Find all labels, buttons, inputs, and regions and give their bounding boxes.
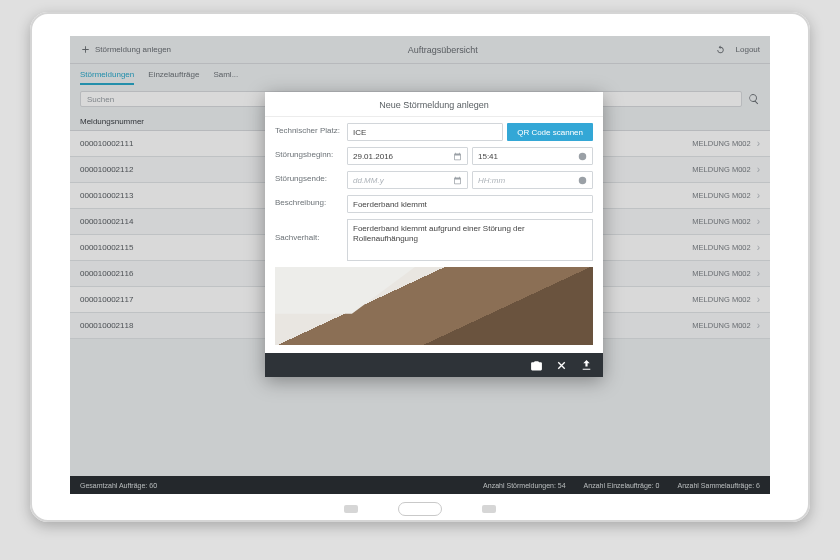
- clock-icon: [578, 152, 587, 161]
- sachverhalt-textarea[interactable]: Foerderband klemmt aufgrund einer Störun…: [347, 219, 593, 261]
- time-begin-input[interactable]: 15:41: [472, 147, 593, 165]
- close-icon[interactable]: [555, 359, 568, 372]
- calendar-icon: [453, 176, 462, 185]
- app-screen: Störmeldung anlegen Auftragsübersicht Lo…: [70, 36, 770, 494]
- hw-back-button[interactable]: [482, 505, 496, 513]
- label-beginn: Störungsbeginn:: [275, 147, 347, 159]
- date-begin-input[interactable]: 29.01.2016: [347, 147, 468, 165]
- label-sachverhalt: Sachverhalt:: [275, 219, 347, 242]
- dialog-title: Neue Störmeldung anlegen: [265, 92, 603, 117]
- qr-scan-button[interactable]: QR Code scannen: [507, 123, 593, 141]
- camera-icon[interactable]: [530, 359, 543, 372]
- label-tech-platz: Technischer Platz:: [275, 123, 347, 135]
- hw-recent-button[interactable]: [344, 505, 358, 513]
- tablet-hardware-buttons: [344, 502, 496, 516]
- tech-platz-input[interactable]: ICE: [347, 123, 503, 141]
- hw-home-button[interactable]: [398, 502, 442, 516]
- submit-icon[interactable]: [580, 359, 593, 372]
- time-end-input[interactable]: HH:mm: [472, 171, 593, 189]
- date-end-input[interactable]: dd.MM.y: [347, 171, 468, 189]
- calendar-icon: [453, 152, 462, 161]
- dialog-action-bar: [265, 353, 603, 377]
- label-beschreibung: Beschreibung:: [275, 195, 347, 207]
- label-ende: Störungsende:: [275, 171, 347, 183]
- attached-photo[interactable]: [275, 267, 593, 345]
- tablet-frame: Störmeldung anlegen Auftragsübersicht Lo…: [30, 12, 810, 522]
- beschreibung-input[interactable]: Foerderband klemmt: [347, 195, 593, 213]
- clock-icon: [578, 176, 587, 185]
- new-report-dialog: Neue Störmeldung anlegen Technischer Pla…: [265, 92, 603, 377]
